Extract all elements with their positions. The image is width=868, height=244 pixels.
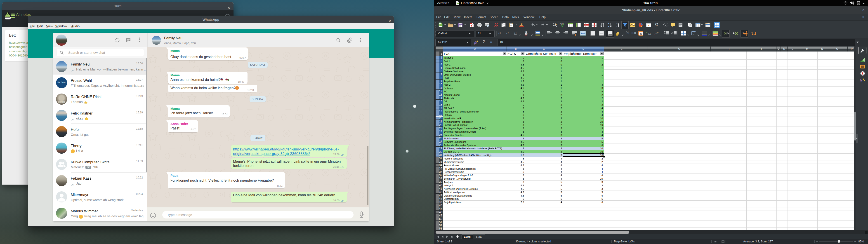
svg-text:.00: .00 bbox=[648, 33, 651, 36]
svg-text:-: - bbox=[654, 33, 655, 36]
svg-text:fx: fx bbox=[860, 79, 862, 82]
svg-text:31: 31 bbox=[640, 33, 643, 35]
svg-text:a: a bbox=[751, 31, 752, 33]
svg-text:a: a bbox=[743, 31, 744, 33]
svg-text:.00: .00 bbox=[655, 31, 658, 34]
svg-text:+: + bbox=[646, 31, 647, 34]
svg-text:fx: fx bbox=[474, 41, 477, 44]
